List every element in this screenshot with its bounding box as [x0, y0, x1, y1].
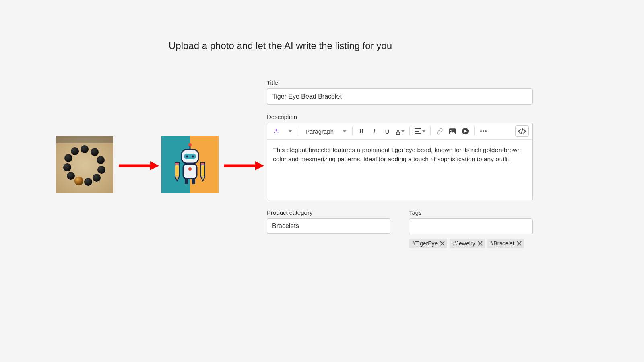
- svg-point-42: [480, 130, 482, 132]
- tag-remove-button[interactable]: [478, 241, 483, 246]
- more-button[interactable]: [478, 125, 489, 137]
- svg-line-45: [521, 129, 522, 134]
- italic-button[interactable]: I: [369, 125, 380, 137]
- description-textarea[interactable]: This elegant bracelet features a promine…: [267, 140, 532, 200]
- svg-rect-30: [201, 162, 205, 165]
- rich-text-editor: Paragraph B I U A: [267, 123, 533, 200]
- svg-point-20: [192, 156, 194, 158]
- tag-label: #Bracelet: [491, 240, 514, 247]
- media-button[interactable]: [460, 125, 471, 137]
- listing-form: Title Description Paragraph B I U: [267, 79, 533, 248]
- svg-point-19: [186, 156, 188, 158]
- arrow-icon: [119, 161, 159, 171]
- category-input[interactable]: [267, 218, 390, 234]
- svg-rect-27: [175, 162, 179, 165]
- svg-point-3: [91, 148, 99, 156]
- svg-point-2: [80, 145, 89, 153]
- svg-point-4: [97, 156, 105, 164]
- image-button[interactable]: [447, 125, 458, 137]
- product-photo: [56, 136, 113, 193]
- bottom-fields-row: Product category Tags #TigerEye#Jewelry#…: [267, 209, 533, 248]
- svg-point-9: [67, 172, 75, 180]
- link-button[interactable]: [434, 125, 445, 137]
- svg-point-39: [450, 130, 452, 131]
- tags-input[interactable]: [409, 218, 533, 234]
- tags-field-group: Tags #TigerEye#Jewelry#Bracelet: [409, 209, 533, 248]
- tag-chip: #Jewelry: [450, 239, 485, 248]
- svg-rect-25: [175, 164, 179, 177]
- ai-assist-button[interactable]: [270, 125, 282, 137]
- toolbar-separator: [474, 127, 475, 136]
- category-field-group: Product category: [267, 209, 390, 248]
- text-color-button[interactable]: A: [394, 125, 406, 137]
- title-label: Title: [267, 79, 533, 86]
- svg-point-5: [97, 166, 105, 174]
- editor-toolbar: Paragraph B I U A: [267, 123, 532, 140]
- svg-rect-28: [201, 164, 205, 177]
- tags-list: #TigerEye#Jewelry#Bracelet: [409, 239, 533, 248]
- tag-chip: #Bracelet: [487, 239, 524, 248]
- toolbar-separator: [298, 127, 298, 136]
- svg-rect-18: [184, 154, 196, 159]
- ai-robot-image: [161, 136, 219, 193]
- tag-label: #TigerEye: [412, 240, 438, 247]
- category-label: Product category: [267, 209, 390, 216]
- description-field-group: Description Paragraph B I U A: [267, 113, 533, 200]
- tags-label: Tags: [409, 209, 533, 216]
- toolbar-separator: [430, 127, 431, 136]
- svg-point-8: [74, 177, 83, 185]
- arrow-icon: [224, 161, 264, 171]
- svg-point-7: [84, 178, 92, 186]
- tag-label: #Jewelry: [453, 240, 475, 247]
- title-field-group: Title: [267, 79, 533, 105]
- svg-rect-24: [192, 179, 195, 184]
- svg-point-22: [188, 167, 192, 171]
- tag-remove-button[interactable]: [440, 241, 445, 246]
- align-button[interactable]: [413, 125, 427, 137]
- tag-chip: #TigerEye: [409, 239, 447, 248]
- title-input[interactable]: [267, 88, 533, 105]
- toolbar-separator: [352, 127, 353, 136]
- toolbar-separator: [409, 127, 410, 136]
- paragraph-format-select[interactable]: Paragraph: [301, 125, 349, 137]
- ai-assist-dropdown[interactable]: [283, 125, 295, 137]
- svg-point-16: [188, 143, 192, 146]
- svg-rect-1: [56, 136, 113, 143]
- svg-marker-32: [150, 161, 159, 170]
- svg-rect-21: [183, 164, 197, 179]
- svg-point-6: [93, 174, 101, 182]
- code-view-button[interactable]: [515, 125, 529, 137]
- svg-rect-23: [185, 179, 188, 184]
- svg-point-11: [64, 154, 72, 162]
- svg-point-44: [485, 130, 487, 132]
- tag-remove-button[interactable]: [517, 241, 522, 246]
- underline-button[interactable]: U: [382, 125, 393, 137]
- bold-button[interactable]: B: [356, 125, 367, 137]
- svg-point-10: [63, 163, 71, 171]
- paragraph-format-label: Paragraph: [305, 128, 334, 135]
- svg-marker-34: [255, 161, 264, 170]
- svg-point-43: [483, 130, 484, 132]
- svg-point-12: [71, 147, 79, 155]
- description-label: Description: [267, 113, 533, 120]
- page-heading: Upload a photo and let the AI write the …: [169, 40, 392, 51]
